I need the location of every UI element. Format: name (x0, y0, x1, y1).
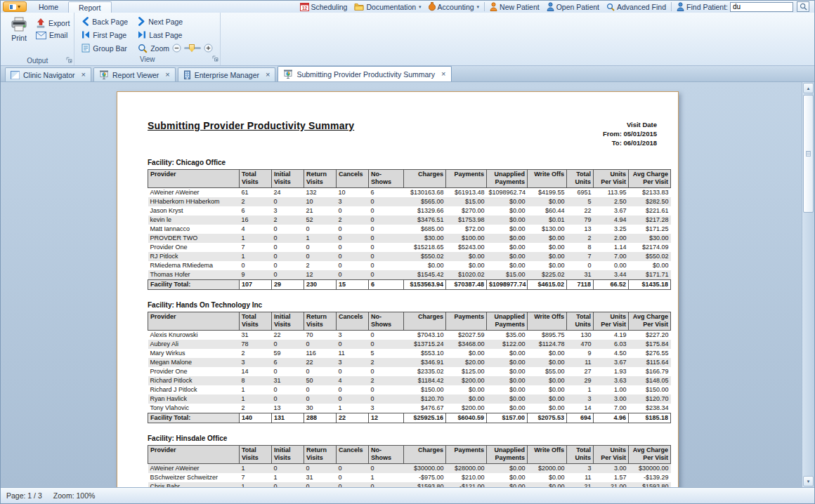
table-cell: AWeiner AWeiner (148, 188, 240, 198)
close-icon[interactable]: × (441, 70, 445, 78)
table-cell: $217.28 (629, 215, 671, 225)
table-cell: $0.00 (446, 261, 487, 270)
table-cell: $30.00 (629, 234, 671, 243)
table-cell: 2 (369, 376, 404, 385)
table-cell: $550.02 (404, 252, 446, 261)
table-cell: $130163.68 (404, 188, 446, 198)
table-cell: 0 (337, 206, 369, 215)
close-icon[interactable]: × (165, 71, 169, 79)
tab-report[interactable]: Report (68, 1, 112, 13)
last-page-button[interactable]: Last Page (138, 29, 213, 41)
table-cell: $0.00 (487, 394, 528, 404)
table-cell: 2 (567, 234, 594, 243)
facility-section: Facility: Hands On Technology Inc Provid… (148, 301, 657, 423)
dialog-launcher-icon[interactable] (66, 57, 72, 63)
tab-home[interactable]: Home (29, 1, 68, 13)
table-row: Alexis Knurowski31227030$7043.10$2027.59… (148, 331, 671, 340)
table-cell: 29 (272, 280, 304, 290)
table-cell: 22 (567, 206, 594, 215)
table-header-row: ProviderTotal VisitsInitial VisitsReturn… (148, 170, 671, 188)
open-patient-button[interactable]: Open Patient (543, 1, 603, 12)
tab-clinic-navigator[interactable]: Clinic Navigator × (5, 67, 91, 81)
table-row: Tony Vlahovic2133013$476.67$200.00$0.00$… (148, 404, 671, 413)
back-page-button[interactable]: Back Page (82, 15, 128, 27)
table-cell: 79 (567, 215, 594, 225)
table-cell: 0 (272, 482, 304, 487)
table-cell: $200.00 (446, 404, 487, 413)
table-cell: 3 (567, 464, 594, 474)
tab-submitting-provider-productivity-summary[interactable]: Submitting Provider Productivity Summary… (278, 66, 451, 81)
find-patient-label: Find Patient: (686, 3, 728, 11)
table-cell: $3476.51 (404, 215, 446, 225)
table-header-row: ProviderTotal VisitsInitial VisitsReturn… (148, 446, 671, 464)
table-cell: $4199.55 (528, 188, 567, 198)
table-cell: $55.00 (528, 367, 567, 376)
print-button[interactable]: Print (5, 15, 33, 44)
table-cell: 0 (337, 367, 369, 376)
table-cell: 0 (272, 385, 304, 394)
table-cell: 3 (240, 358, 272, 367)
table-cell: $157.00 (487, 413, 528, 423)
printer-icon (11, 17, 27, 32)
find-patient-search-button[interactable] (797, 1, 809, 12)
table-cell: 0 (304, 252, 337, 261)
dialog-launcher-icon[interactable] (212, 55, 219, 62)
scroll-up-icon[interactable]: ▲ (803, 83, 814, 93)
table-cell: $2335.02 (404, 367, 446, 376)
zoom-out-button[interactable] (172, 44, 181, 53)
dropdown-arrow-icon: ▾ (18, 4, 20, 10)
table-cell: Jason Kryst (148, 206, 240, 215)
app-menu-button[interactable]: ▾ (3, 1, 27, 12)
zoom-indicator: Zoom: 100% (53, 491, 96, 500)
table-row: HHaberkorn HHaberkom201030$565.00$15.00$… (148, 197, 671, 206)
visit-date-label: Visit Date (603, 120, 657, 129)
vertical-scrollbar[interactable]: ▲ ▼ (802, 82, 814, 487)
facility-total-row: Facility Total:1401312882212$25925.16$60… (148, 413, 671, 423)
close-icon[interactable]: × (266, 71, 270, 79)
table-cell: 24 (272, 188, 304, 198)
documentation-button[interactable]: Documentation ▾ (351, 1, 424, 12)
table-row: Ryan Havlick10000$120.70$0.00$0.00$0.003… (148, 394, 671, 404)
scheduling-button[interactable]: 12 Scheduling (296, 1, 351, 12)
first-page-button[interactable]: First Page (82, 29, 128, 41)
find-patient-input[interactable] (730, 2, 793, 12)
zoom-slider-thumb[interactable] (189, 44, 195, 52)
table-cell: $2027.59 (446, 331, 487, 340)
zoom-in-button[interactable] (204, 44, 213, 53)
table-cell: $6040.59 (446, 413, 487, 423)
table-cell: 0 (337, 482, 369, 487)
report-title: Submitting Provider Productivity Summary (148, 120, 354, 131)
table-row: Megan Malone362232$346.91$20.00$0.00$0.0… (148, 358, 671, 367)
scrollbar-grip (806, 151, 811, 157)
table-row: RJ Pitlock10000$550.02$0.00$0.00$0.0077.… (148, 252, 671, 261)
group-bar-button[interactable]: Group Bar (82, 42, 128, 54)
tab-report-viewer[interactable]: Report Viewer × (93, 67, 176, 81)
scrollbar-thumb[interactable] (803, 95, 814, 213)
table-cell: 0.00 (594, 261, 629, 270)
column-header: Initial Visits (272, 170, 304, 188)
table-cell: 1 (240, 394, 272, 404)
find-patient-icon (677, 2, 684, 11)
table-cell: $1593.80 (629, 482, 671, 487)
dropdown-arrow-icon: ▾ (477, 4, 480, 10)
new-patient-button[interactable]: New Patient (486, 1, 543, 12)
advanced-find-button[interactable]: Advanced Find (603, 1, 670, 12)
next-page-button[interactable]: Next Page (138, 15, 213, 27)
table-cell: 5 (567, 197, 594, 206)
column-header: Avg Charge Per Visit (629, 446, 671, 464)
scroll-down-icon[interactable]: ▼ (803, 476, 814, 486)
column-header: Total Units (567, 170, 594, 188)
table-cell: 0 (337, 464, 369, 474)
tab-home-label: Home (39, 3, 58, 11)
table-cell: -$975.00 (404, 473, 446, 482)
export-button[interactable]: Export (36, 18, 70, 28)
tab-enterprise-manager[interactable]: Enterprise Manager × (178, 67, 276, 81)
accounting-button[interactable]: Accounting ▾ (425, 1, 483, 12)
zoom-icon (138, 44, 148, 53)
column-header: Write Offs (528, 312, 567, 331)
zoom-slider[interactable] (184, 47, 201, 49)
close-icon[interactable]: × (82, 71, 86, 79)
table-cell: $550.02 (629, 252, 671, 261)
table-cell: $171.25 (629, 225, 671, 234)
email-button[interactable]: Email (36, 31, 70, 39)
